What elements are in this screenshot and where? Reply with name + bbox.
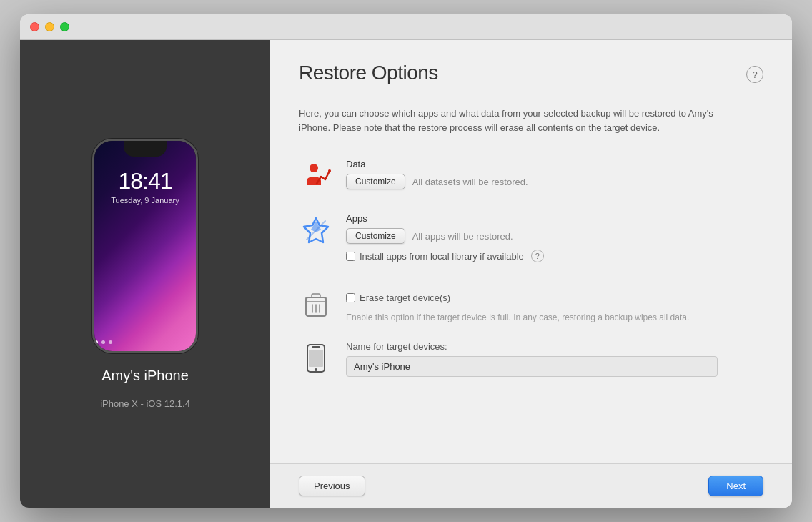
erase-checkbox[interactable]	[346, 293, 355, 302]
next-button[interactable]: Next	[708, 476, 763, 496]
data-controls: Customize All datasets will be restored.	[346, 174, 763, 189]
device-icon	[299, 341, 333, 375]
device-name: Amy's iPhone	[102, 368, 189, 384]
svg-rect-5	[312, 294, 320, 297]
svg-point-1	[328, 169, 331, 172]
phone-notch	[124, 141, 167, 157]
dot-3	[109, 340, 112, 344]
svg-point-11	[315, 368, 317, 371]
data-content: Data Customize All datasets will be rest…	[346, 159, 763, 189]
main-panel: Restore Options ? Here, you can choose w…	[270, 40, 792, 508]
apps-desc: All apps will be restored.	[412, 231, 513, 242]
erase-desc: Enable this option if the target device …	[346, 312, 703, 324]
data-section: Data Customize All datasets will be rest…	[299, 149, 763, 203]
page-title: Restore Options	[299, 61, 438, 84]
phone-container: 18:41 Tuesday, 9 January Amy's iPhone iP…	[92, 139, 198, 409]
maximize-button[interactable]	[60, 22, 69, 31]
data-icon	[299, 159, 333, 193]
help-button[interactable]: ?	[746, 66, 763, 83]
erase-section: Erase target device(s) Enable this optio…	[299, 278, 763, 333]
trash-icon	[299, 287, 333, 321]
local-library-checkbox[interactable]	[346, 252, 355, 261]
footer: Previous Next	[270, 463, 792, 508]
phone-screen: 18:41 Tuesday, 9 January	[94, 141, 196, 351]
phone-dots	[94, 340, 112, 344]
name-field-label: Name for target devices:	[346, 341, 763, 352]
title-bar	[20, 14, 792, 40]
description-text: Here, you can choose which apps and what…	[270, 92, 756, 142]
local-library-help-icon[interactable]: ?	[531, 250, 544, 262]
apps-section: Apps Customize All apps will be restored…	[299, 203, 763, 278]
close-button[interactable]	[30, 22, 39, 31]
apps-label: Apps	[346, 213, 763, 224]
data-label: Data	[346, 159, 763, 169]
device-info: iPhone X - iOS 12.1.4	[100, 398, 190, 409]
app-window: 18:41 Tuesday, 9 January Amy's iPhone iP…	[20, 14, 792, 508]
erase-label[interactable]: Erase target device(s)	[360, 292, 450, 303]
sidebar: 18:41 Tuesday, 9 January Amy's iPhone iP…	[20, 40, 270, 508]
dot-2	[102, 340, 105, 344]
svg-rect-10	[312, 346, 320, 348]
data-customize-button[interactable]: Customize	[346, 174, 405, 189]
erase-content: Erase target device(s) Enable this optio…	[346, 287, 763, 324]
name-section: Name for target devices:	[299, 333, 763, 385]
main-header: Restore Options ?	[270, 40, 792, 92]
local-library-row: Install apps from local library if avail…	[346, 244, 763, 268]
svg-point-0	[310, 164, 318, 172]
apps-customize-button[interactable]: Customize	[346, 228, 405, 244]
erase-checkbox-row: Erase target device(s)	[346, 287, 763, 309]
dot-1	[94, 340, 98, 344]
name-content: Name for target devices:	[346, 341, 763, 377]
traffic-lights	[30, 22, 69, 31]
content-area: 18:41 Tuesday, 9 January Amy's iPhone iP…	[20, 40, 792, 508]
apps-controls: Customize All apps will be restored.	[346, 228, 763, 244]
options-area: Data Customize All datasets will be rest…	[270, 142, 792, 463]
apps-icon	[299, 213, 333, 247]
device-name-input[interactable]	[346, 356, 718, 377]
local-library-label[interactable]: Install apps from local library if avail…	[360, 251, 524, 262]
phone-date: Tuesday, 9 January	[111, 196, 179, 205]
previous-button[interactable]: Previous	[299, 476, 365, 496]
phone-frame: 18:41 Tuesday, 9 January	[92, 139, 198, 353]
svg-rect-12	[309, 350, 323, 367]
phone-time: 18:41	[118, 168, 172, 194]
data-desc: All datasets will be restored.	[412, 177, 528, 187]
apps-content: Apps Customize All apps will be restored…	[346, 213, 763, 268]
minimize-button[interactable]	[45, 22, 54, 31]
